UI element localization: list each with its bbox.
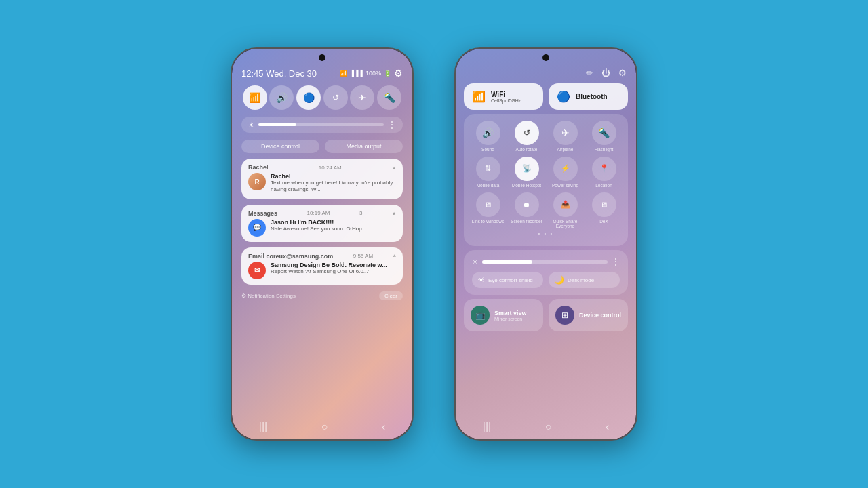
hotspot-label: Mobile Hotspot bbox=[512, 183, 541, 188]
airplane-toggle[interactable]: ✈ bbox=[350, 85, 374, 110]
qs-brightness-panel: ☀ ⋮ ☀ Eye comfort shield 🌙 Da bbox=[464, 250, 628, 295]
notif-rachel-avatar: R bbox=[248, 173, 266, 190]
mobile-data-icon: ⇅ bbox=[476, 157, 500, 181]
quick-settings-panel: ✏ ⏻ ⚙ 📶 WiFi CellSpot5GHz 🔵 bbox=[456, 49, 636, 439]
notif-email-preview: Report Watch 'At Samsung One UI 6.0...' bbox=[271, 268, 396, 275]
settings-icon[interactable]: ⚙ bbox=[618, 68, 627, 78]
smart-view-icon: 📺 bbox=[471, 306, 490, 325]
eye-comfort-button[interactable]: ☀ Eye comfort shield bbox=[472, 272, 543, 288]
qs-top-bar: ✏ ⏻ ⚙ bbox=[456, 62, 636, 83]
notif-rachel-sender: Rachel bbox=[271, 173, 396, 180]
qs-dex[interactable]: 🖥 DeX bbox=[587, 192, 621, 230]
sound-icon: 🔊 bbox=[476, 121, 500, 145]
qs-flashlight[interactable]: 🔦 Flashlight bbox=[587, 121, 621, 152]
nav-back-icon[interactable]: ‹ bbox=[382, 421, 385, 433]
qs-brightness-bar[interactable] bbox=[482, 260, 608, 264]
location-label: Location bbox=[595, 183, 612, 188]
device-control-icon: ⊞ bbox=[555, 306, 574, 325]
dex-label: DeX bbox=[599, 219, 608, 224]
qs-screen-recorder[interactable]: ⏺ Screen recorder bbox=[509, 192, 544, 230]
device-control-tile[interactable]: ⊞ Device control bbox=[549, 299, 628, 331]
clear-button[interactable]: Clear bbox=[379, 291, 403, 300]
qs-main-tiles-row: 📶 WiFi CellSpot5GHz 🔵 Bluetooth bbox=[464, 83, 628, 110]
nav-back-icon-2[interactable]: ‹ bbox=[606, 421, 609, 433]
wifi-tile-label: WiFi bbox=[491, 91, 521, 98]
notif-messages-badge: 3 bbox=[359, 210, 362, 216]
power-saving-label: Power saving bbox=[552, 183, 578, 188]
qs-location[interactable]: 📍 Location bbox=[587, 157, 621, 188]
dark-mode-button[interactable]: 🌙 Dark mode bbox=[549, 272, 620, 288]
wifi-tile-sub: CellSpot5GHz bbox=[491, 98, 521, 103]
notif-messages-expand[interactable]: ∨ bbox=[392, 210, 396, 216]
action-buttons: Device control Media output bbox=[241, 140, 403, 153]
phone-2: ✏ ⏻ ⚙ 📶 WiFi CellSpot5GHz 🔵 bbox=[454, 47, 637, 441]
notif-rachel-preview: Text me when you get here! I know you're… bbox=[271, 180, 396, 194]
notif-email-avatar: ✉ bbox=[248, 262, 266, 279]
qs-eye-comfort-row: ☀ Eye comfort shield 🌙 Dark mode bbox=[472, 272, 620, 288]
flashlight-label: Flashlight bbox=[595, 147, 614, 152]
smart-view-label: Smart view bbox=[494, 310, 527, 317]
power-icon[interactable]: ⏻ bbox=[601, 68, 610, 78]
flashlight-toggle[interactable]: 🔦 bbox=[377, 85, 401, 110]
qs-power-saving[interactable]: ⚡ Power saving bbox=[548, 157, 583, 188]
notch-2 bbox=[542, 54, 549, 61]
nav-recent-icon[interactable]: ||| bbox=[259, 421, 267, 433]
power-saving-icon: ⚡ bbox=[553, 157, 578, 181]
notif-email-sender: Samsung Design Be Bold. Resonate w... bbox=[271, 262, 396, 268]
phone-1: 12:45 Wed, Dec 30 📶 ▐▐▐ 100% 🔋 ⚙ 📶 🔊 🔵 ↺… bbox=[231, 47, 414, 441]
notif-messages-sender: Jason Hi I'm BACK!!!! bbox=[271, 219, 396, 226]
bluetooth-tile-icon: 🔵 bbox=[557, 90, 570, 103]
pagination-dots: • • • bbox=[471, 229, 621, 239]
notif-messages-time: 10:19 AM bbox=[307, 210, 330, 216]
quick-share-label: Quick Share Everyone bbox=[548, 219, 583, 230]
link-windows-icon: 🖥 bbox=[476, 192, 500, 217]
quick-toggles-row: 📶 🔊 🔵 ↺ ✈ 🔦 bbox=[232, 83, 412, 113]
media-output-button[interactable]: Media output bbox=[325, 140, 403, 153]
qs-auto-rotate[interactable]: ↺ Auto rotate bbox=[509, 121, 544, 152]
nav-recent-icon-2[interactable]: ||| bbox=[483, 421, 491, 433]
mobile-data-label: Mobile data bbox=[477, 183, 500, 188]
qs-mobile-data[interactable]: ⇅ Mobile data bbox=[471, 157, 505, 188]
clock: 12:45 Wed, Dec 30 bbox=[241, 68, 317, 79]
settings-gear-icon[interactable]: ⚙ bbox=[394, 68, 403, 79]
notif-email-badge: 4 bbox=[393, 253, 396, 259]
notification-settings-link[interactable]: ⚙ Notification Settings bbox=[241, 293, 296, 299]
notification-email[interactable]: Email coreux@samsung.com 9:56 AM 4 ✉ Sam… bbox=[241, 247, 403, 285]
qs-link-windows[interactable]: 🖥 Link to Windows bbox=[471, 192, 505, 230]
device-control-button[interactable]: Device control bbox=[241, 140, 319, 153]
qs-hotspot[interactable]: 📡 Mobile Hotspot bbox=[509, 157, 544, 188]
airplane-label: Airplane bbox=[557, 147, 574, 152]
quick-share-icon: 📤 bbox=[553, 192, 578, 217]
wifi-toggle[interactable]: 📶 bbox=[243, 85, 267, 110]
battery-text: 100% bbox=[366, 70, 381, 77]
sound-toggle[interactable]: 🔊 bbox=[269, 85, 294, 110]
brightness-more-icon[interactable]: ⋮ bbox=[388, 120, 396, 129]
nav-bar-2: ||| ○ ‹ bbox=[456, 415, 636, 439]
qs-quick-share[interactable]: 📤 Quick Share Everyone bbox=[548, 192, 583, 230]
brightness-icon: ☀ bbox=[248, 121, 254, 129]
notif-rachel-time: 10:24 AM bbox=[319, 165, 342, 171]
wifi-tile[interactable]: 📶 WiFi CellSpot5GHz bbox=[464, 83, 543, 110]
nav-home-icon-2[interactable]: ○ bbox=[545, 421, 552, 433]
qs-sound[interactable]: 🔊 Sound bbox=[471, 121, 505, 152]
qs-more-icon[interactable]: ⋮ bbox=[612, 257, 620, 266]
smart-view-tile[interactable]: 📺 Smart view Mirror screen bbox=[464, 299, 543, 331]
notification-rachel[interactable]: Rachel 10:24 AM ∨ R Rachel Text me when … bbox=[241, 159, 403, 199]
bluetooth-tile[interactable]: 🔵 Bluetooth bbox=[549, 83, 628, 110]
brightness-slider[interactable]: ☀ ⋮ bbox=[241, 117, 403, 133]
nav-home-icon[interactable]: ○ bbox=[321, 421, 328, 433]
notification-messages[interactable]: Messages 10:19 AM 3 ∨ 💬 Jason Hi I'm BAC… bbox=[241, 205, 403, 242]
rotate-toggle[interactable]: ↺ bbox=[323, 85, 348, 110]
notif-email-app: Email coreux@samsung.com bbox=[248, 253, 333, 260]
screen-recorder-label: Screen recorder bbox=[511, 219, 542, 224]
qs-brightness-row: ☀ ⋮ bbox=[472, 257, 620, 266]
qs-icon-grid: 🔊 Sound ↺ Auto rotate ✈ Airplane 🔦 bbox=[471, 121, 621, 229]
notch-1 bbox=[319, 54, 326, 61]
wifi-status-icon: 📶 bbox=[340, 70, 347, 77]
qs-airplane[interactable]: ✈ Airplane bbox=[548, 121, 583, 152]
notif-rachel-expand[interactable]: ∨ bbox=[392, 165, 396, 171]
auto-rotate-icon: ↺ bbox=[515, 121, 539, 145]
pencil-icon[interactable]: ✏ bbox=[586, 68, 593, 78]
bluetooth-toggle[interactable]: 🔵 bbox=[296, 85, 321, 110]
screen-recorder-icon: ⏺ bbox=[515, 192, 539, 217]
